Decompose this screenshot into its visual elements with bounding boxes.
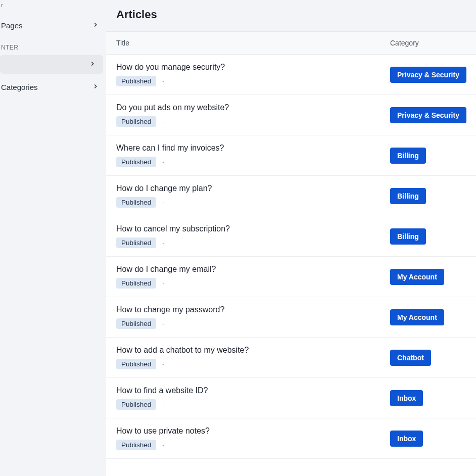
status-badge: Published: [116, 76, 156, 86]
table-row[interactable]: How to cancel my subscription?Published-…: [106, 216, 476, 257]
category-pill[interactable]: Privacy & Security: [390, 67, 466, 83]
row-right: My Account: [390, 309, 476, 325]
row-right: Billing: [390, 148, 476, 164]
status-badge: Published: [116, 359, 156, 369]
category-pill[interactable]: My Account: [390, 309, 444, 325]
sidebar-item-categories[interactable]: Categories: [0, 78, 106, 97]
row-left: How to cancel my subscription?Published-: [116, 224, 390, 248]
article-title[interactable]: How to find a website ID?: [116, 386, 390, 395]
meta-dash: -: [162, 441, 164, 449]
category-pill[interactable]: Inbox: [390, 431, 423, 447]
meta-dash: -: [162, 239, 164, 247]
article-title[interactable]: How do you manage security?: [116, 63, 390, 72]
row-right: Billing: [390, 228, 476, 245]
main-panel: Articles Title Category How do you manag…: [106, 0, 476, 476]
row-meta: Published-: [116, 318, 390, 329]
table-row[interactable]: How to change my password?Published-My A…: [106, 297, 476, 338]
meta-dash: -: [162, 118, 164, 125]
table-row[interactable]: How to add a chatbot to my website?Publi…: [106, 338, 476, 378]
article-title[interactable]: Do you put ads on my website?: [116, 103, 390, 112]
row-meta: Published-: [116, 399, 390, 410]
category-pill[interactable]: Chatbot: [390, 350, 431, 366]
article-title[interactable]: How do I change my plan?: [116, 184, 390, 193]
row-meta: Published-: [116, 76, 390, 86]
status-badge: Published: [116, 318, 156, 329]
row-right: Inbox: [390, 390, 476, 406]
sidebar-item-label: Pages: [1, 21, 23, 30]
status-badge: Published: [116, 237, 156, 248]
table-row[interactable]: Do you put ads on my website?Published-P…: [106, 95, 476, 135]
header: Articles: [106, 0, 476, 31]
category-pill[interactable]: Inbox: [390, 390, 423, 406]
table-row[interactable]: How to find a website ID?Published-Inbox: [106, 378, 476, 418]
row-right: My Account: [390, 269, 476, 285]
article-title[interactable]: How to change my password?: [116, 305, 390, 314]
chevron-right-icon: [89, 60, 96, 69]
article-title[interactable]: How to add a chatbot to my website?: [116, 346, 390, 355]
row-meta: Published-: [116, 157, 390, 167]
category-pill[interactable]: Billing: [390, 228, 426, 245]
category-pill[interactable]: Billing: [390, 148, 426, 164]
row-left: How to use private notes?Published-: [116, 426, 390, 450]
status-badge: Published: [116, 399, 156, 410]
row-meta: Published-: [116, 278, 390, 289]
row-right: Privacy & Security: [390, 107, 476, 123]
page-title: Articles: [116, 8, 476, 21]
sidebar-item-label: Categories: [1, 83, 38, 91]
table-row[interactable]: How to use private notes?Published-Inbox: [106, 418, 476, 459]
article-title[interactable]: Where can I find my invoices?: [116, 144, 390, 153]
meta-dash: -: [162, 77, 164, 85]
row-meta: Published-: [116, 359, 390, 369]
meta-dash: -: [162, 279, 164, 287]
chevron-right-icon: [92, 21, 99, 30]
row-left: How to change my password?Published-: [116, 305, 390, 329]
sidebar-item-active[interactable]: [0, 55, 103, 74]
status-badge: Published: [116, 197, 156, 208]
row-left: How do you manage security?Published-: [116, 63, 390, 86]
table-row[interactable]: How do I change my plan?Published-Billin…: [106, 176, 476, 216]
chevron-right-icon: [92, 83, 99, 91]
status-badge: Published: [116, 116, 156, 127]
articles-list: How do you manage security?Published-Pri…: [106, 55, 476, 476]
table-row[interactable]: How do I change my email?Published-My Ac…: [106, 257, 476, 297]
row-left: How to add a chatbot to my website?Publi…: [116, 346, 390, 369]
row-meta: Published-: [116, 116, 390, 127]
row-left: How do I change my email?Published-: [116, 265, 390, 289]
table-header: Title Category: [106, 31, 476, 55]
status-badge: Published: [116, 440, 156, 450]
meta-dash: -: [162, 360, 164, 368]
meta-dash: -: [162, 320, 164, 327]
row-left: How to find a website ID?Published-: [116, 386, 390, 410]
column-header-title[interactable]: Title: [116, 39, 390, 47]
row-right: Billing: [390, 188, 476, 204]
row-left: Do you put ads on my website?Published-: [116, 103, 390, 127]
article-title[interactable]: How to use private notes?: [116, 426, 390, 436]
status-badge: Published: [116, 157, 156, 167]
sidebar-section-label: NTER: [0, 35, 106, 55]
status-badge: Published: [116, 278, 156, 289]
article-title[interactable]: How to cancel my subscription?: [116, 224, 390, 233]
row-left: How do I change my plan?Published-: [116, 184, 390, 208]
category-pill[interactable]: Privacy & Security: [390, 107, 466, 123]
category-pill[interactable]: Billing: [390, 188, 426, 204]
table-row[interactable]: Where can I find my invoices?Published-B…: [106, 135, 476, 176]
row-meta: Published-: [116, 197, 390, 208]
row-left: Where can I find my invoices?Published-: [116, 144, 390, 167]
sidebar: r Pages NTER Categories: [0, 0, 106, 476]
row-right: Chatbot: [390, 350, 476, 366]
row-meta: Published-: [116, 237, 390, 248]
sidebar-cropped-text: r: [0, 2, 3, 8]
row-right: Inbox: [390, 431, 476, 447]
column-header-category[interactable]: Category: [390, 39, 476, 47]
article-title[interactable]: How do I change my email?: [116, 265, 390, 274]
row-meta: Published-: [116, 440, 390, 450]
meta-dash: -: [162, 199, 164, 206]
meta-dash: -: [162, 401, 164, 408]
sidebar-item-pages[interactable]: Pages: [0, 16, 106, 35]
sidebar-cropped-top: r: [0, 0, 106, 3]
category-pill[interactable]: My Account: [390, 269, 444, 285]
row-right: Privacy & Security: [390, 67, 476, 83]
meta-dash: -: [162, 158, 164, 166]
table-row[interactable]: How do you manage security?Published-Pri…: [106, 55, 476, 95]
